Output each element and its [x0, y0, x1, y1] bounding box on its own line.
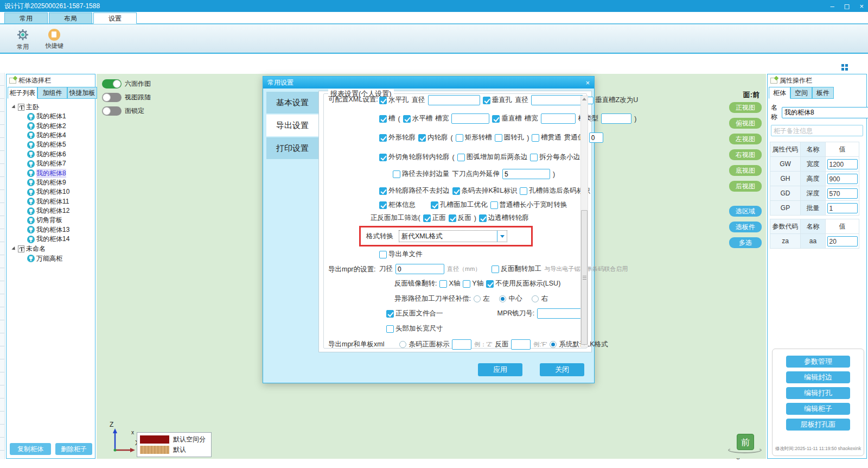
checkbox-vert-slot-z[interactable]: 垂直槽Z改为U	[586, 96, 638, 105]
tree-item-cabinet[interactable]: 我的柜体4	[7, 131, 95, 140]
select-panel-button[interactable]: 选板件	[729, 222, 762, 232]
checkbox-back[interactable]: 反面	[449, 213, 471, 223]
dialog-tab[interactable]: 基本设置	[266, 92, 318, 115]
checkbox-path-remove[interactable]: 路径去掉封边量	[393, 169, 450, 179]
view-right-button[interactable]: 右视图	[729, 149, 762, 160]
tree-item-cabinet[interactable]: 我的柜体1	[7, 112, 95, 121]
checkbox-front[interactable]: 正面	[423, 213, 446, 223]
checkbox-split-edge[interactable]: 拆分每条小边	[530, 153, 580, 162]
checkbox-normal-slot[interactable]: 普通槽长小于宽时转换	[490, 200, 567, 210]
front-face-badge[interactable]: 前	[737, 434, 754, 450]
horiz-slot-width-input[interactable]	[451, 113, 489, 124]
checkbox-cabinet-info[interactable]: 柜体信息	[379, 200, 416, 210]
checkbox-slot-through[interactable]: 槽贯通	[532, 133, 561, 142]
panel-tab[interactable]: 加组件	[37, 87, 67, 99]
tree-item-cabinet[interactable]: 万能高柜	[7, 254, 95, 263]
checkbox-inner-outline[interactable]: 内轮廓	[418, 133, 448, 142]
tree-item-cabinet[interactable]: 我的柜体8	[7, 168, 95, 178]
checkbox-arc-add[interactable]: 图弧增加前后两条边	[457, 153, 528, 162]
checkbox-file-merge[interactable]: 正反面文件合一	[386, 309, 443, 318]
mpr-knife-input[interactable]	[537, 308, 584, 319]
checkbox-vert-hole[interactable]: 垂直孔	[483, 96, 513, 105]
param-manage-button[interactable]: 参数管理	[786, 356, 850, 368]
checkbox-slot[interactable]: 槽	[379, 114, 395, 123]
radio-comp-center[interactable]: 中心	[499, 294, 522, 303]
layout-grid-icon[interactable]	[841, 64, 848, 71]
barcode-back-input[interactable]	[511, 339, 531, 350]
value-cell[interactable]: 1200	[827, 159, 858, 169]
checkbox-y-axis[interactable]: Y轴	[463, 279, 483, 288]
tree-item-cabinet[interactable]: 我的柜体9	[7, 178, 95, 187]
horiz-hole-diameter-input[interactable]	[428, 95, 480, 105]
copy-cabinet-button[interactable]: 复制柜体	[10, 443, 51, 455]
cabinet-name-input[interactable]	[782, 107, 868, 118]
toggle-switch[interactable]	[102, 93, 122, 102]
value-cell[interactable]: 20	[827, 236, 858, 246]
panel-tab[interactable]: 板件	[812, 87, 834, 99]
select-region-button[interactable]: 选区域	[729, 206, 762, 217]
panel-tab[interactable]: 柜体	[769, 87, 790, 99]
expander-icon[interactable]	[11, 246, 16, 251]
knife-diameter-input[interactable]	[395, 264, 444, 274]
ribbon-tab[interactable]: 布局	[49, 12, 92, 24]
shelf-drill-face-button[interactable]: 层板打孔面	[786, 419, 850, 431]
tree-item-cabinet[interactable]: 我的柜体5	[7, 140, 95, 149]
tree-item-cabinet[interactable]: 我的柜体13	[7, 225, 95, 235]
checkbox-outline[interactable]: 外形轮廓	[379, 133, 416, 142]
format-dropdown[interactable]: 新代XML格式	[399, 230, 507, 242]
checkbox-head-size[interactable]: 头部加长宽尺寸	[386, 324, 443, 333]
tree-item-cabinet[interactable]: 切角背板	[7, 216, 95, 225]
checkbox-vert-slot[interactable]: 垂直槽	[492, 114, 522, 123]
view-front-button[interactable]: 正视图	[729, 102, 762, 113]
tree-item-cabinet[interactable]: 我的柜体2	[7, 121, 95, 130]
checkbox-no-back-mark[interactable]: 不使用反面标示(LSU)	[486, 279, 560, 288]
expander-icon[interactable]	[11, 104, 16, 109]
view-left-button[interactable]: 左视图	[729, 134, 762, 144]
checkbox-x-axis[interactable]: X轴	[439, 279, 460, 288]
view-back-button[interactable]: 后视图	[729, 181, 762, 192]
tree-group-unnamed[interactable]: 未命名	[7, 244, 95, 254]
dialog-scrollbar[interactable]	[580, 96, 588, 347]
dropdown-arrow-icon[interactable]	[497, 231, 507, 242]
edit-cabinet-button[interactable]: 编辑柜子	[786, 403, 850, 415]
checkbox-back-flip[interactable]: 反面翻转加工	[492, 264, 541, 274]
checkbox-export-single[interactable]: 导出单文件	[379, 250, 423, 259]
multi-select-button[interactable]: 多选	[729, 237, 762, 248]
checkbox-chamfer[interactable]: 外切角轮廓转内轮廓	[379, 153, 450, 162]
panel-tab[interactable]: 空间	[790, 87, 812, 99]
tree-item-cabinet[interactable]: 我的柜体6	[7, 150, 95, 159]
value-cell[interactable]: 1	[827, 203, 858, 213]
dialog-close-footer-button[interactable]: 关闭	[540, 363, 584, 376]
checkbox-horiz-slot[interactable]: 水平槽	[403, 114, 433, 123]
ribbon-tab[interactable]: 设置	[93, 12, 137, 24]
through-value-input[interactable]	[589, 132, 603, 143]
checkbox-barcode-kl[interactable]: 条码去掉K和L标识	[452, 186, 518, 195]
radio-comp-right[interactable]: 右	[532, 294, 548, 303]
extend-value-input[interactable]	[502, 169, 550, 179]
barcode-front-input[interactable]	[452, 339, 471, 350]
vert-hole-diameter-input[interactable]	[531, 95, 583, 105]
checkbox-circle-to-hole[interactable]: 圆转孔	[495, 133, 525, 142]
tree-item-cabinet[interactable]: 我的柜体10	[7, 187, 95, 197]
cabinet-remark-input[interactable]	[771, 125, 863, 136]
vert-slot-width-input[interactable]	[541, 113, 576, 124]
tree-item-cabinet[interactable]: 我的柜体12	[7, 206, 95, 216]
tree-group-bedroom[interactable]: 主卧	[7, 102, 95, 112]
scroll-up-icon[interactable]	[582, 98, 586, 100]
tool-common[interactable]: 常用	[8, 27, 38, 51]
toggle-switch[interactable]	[102, 79, 122, 88]
scrollbar-thumb[interactable]	[581, 210, 588, 345]
checkbox-hole-slot-barcode[interactable]: 孔槽筛选后条码标识	[520, 186, 590, 195]
checkbox-rect-to-slot[interactable]: 矩形转槽	[456, 133, 492, 142]
ribbon-tab[interactable]: 常用	[4, 12, 48, 24]
value-cell[interactable]: 900	[827, 174, 858, 184]
view-bottom-button[interactable]: 底视图	[729, 165, 762, 176]
radio-default-lk[interactable]: 系统默认LK格式	[550, 340, 608, 349]
checkbox-outline-no-edge[interactable]: 外轮廓路径不去封边	[379, 186, 450, 195]
toggle-switch[interactable]	[102, 106, 122, 116]
maximize-button[interactable]: ◻	[844, 2, 850, 10]
checkbox-hole-optimize[interactable]: 孔槽面加工优化	[431, 200, 488, 210]
tool-hotkey[interactable]: 快捷键	[39, 27, 69, 50]
panel-tab[interactable]: 柜子列表	[8, 87, 37, 99]
dialog-close-button[interactable]: ×	[585, 79, 590, 87]
